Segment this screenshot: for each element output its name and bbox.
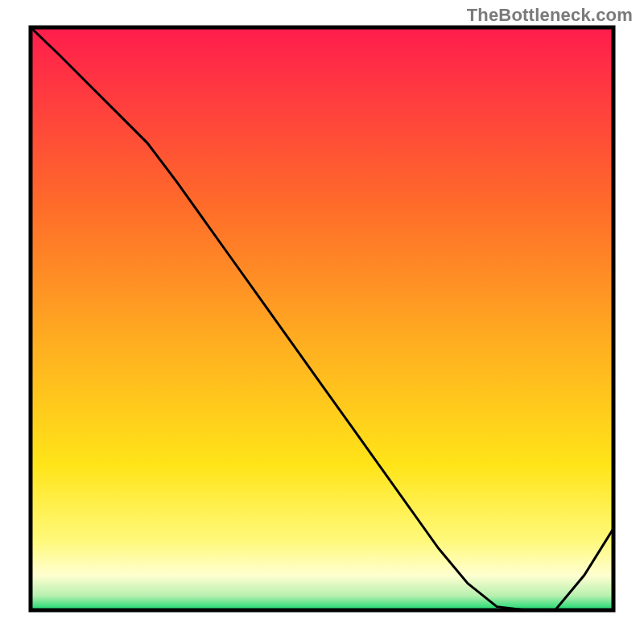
bottleneck-line-chart	[0, 0, 644, 644]
chart-container: TheBottleneck.com	[0, 0, 644, 644]
watermark-label: TheBottleneck.com	[467, 5, 633, 26]
